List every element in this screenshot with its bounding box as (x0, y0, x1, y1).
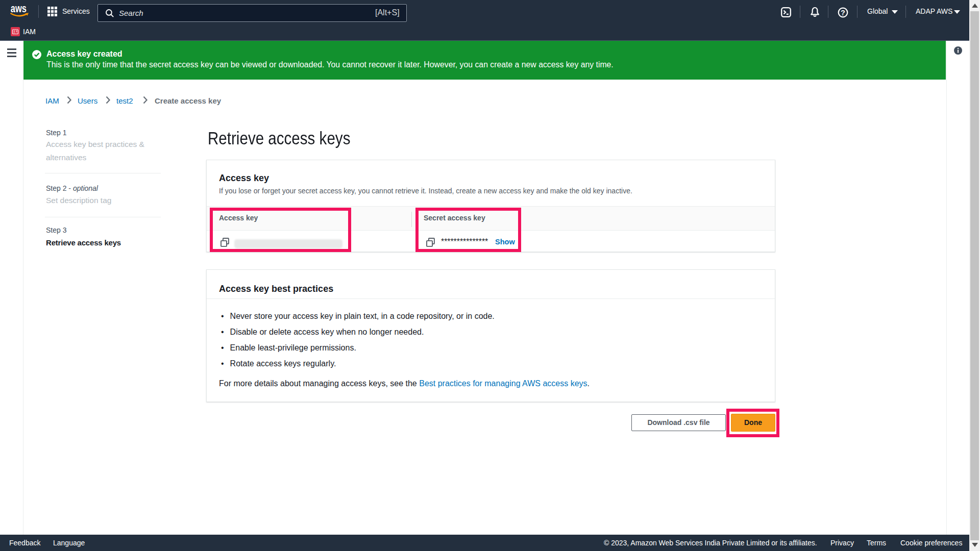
svg-text:aws: aws (11, 4, 27, 15)
svg-text:?: ? (841, 9, 845, 17)
